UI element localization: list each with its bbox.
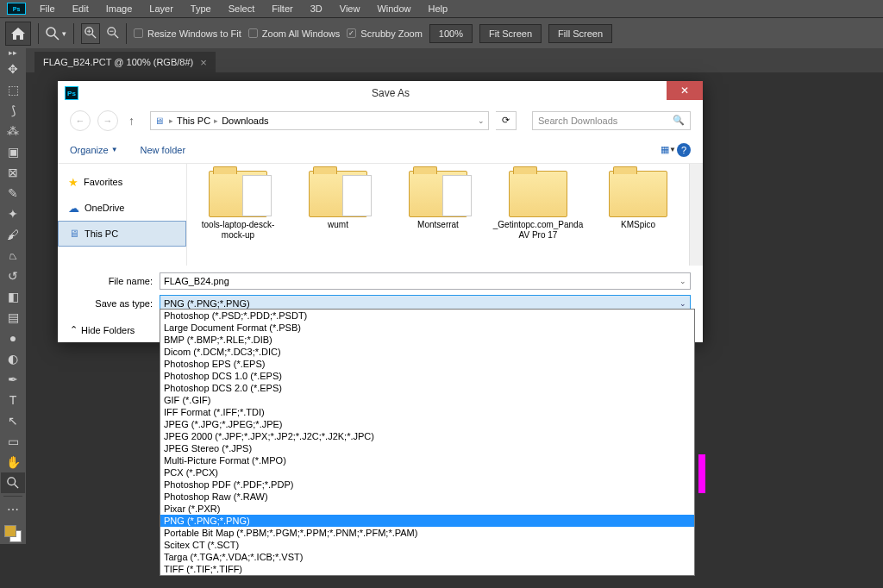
tools-collapse-handle[interactable]: ▸▸ — [0, 48, 26, 57]
edit-toolbar[interactable]: ⋯ — [1, 499, 25, 520]
stamp-tool[interactable]: ⏢ — [1, 245, 25, 266]
hand-tool[interactable]: ✋ — [1, 452, 25, 472]
zoom-tool[interactable] — [1, 472, 25, 493]
back-button[interactable]: ← — [70, 110, 91, 131]
format-option[interactable]: PNG (*.PNG;*.PNG) — [160, 515, 694, 527]
history-brush-tool[interactable]: ↺ — [1, 266, 25, 286]
menu-filter[interactable]: Filter — [263, 1, 301, 16]
format-option[interactable]: GIF (*.GIF) — [160, 394, 694, 406]
menu-window[interactable]: Window — [368, 1, 419, 16]
format-option[interactable]: IFF Format (*.IFF;*.TDI) — [160, 406, 694, 418]
format-option[interactable]: Photoshop DCS 2.0 (*.EPS) — [160, 382, 694, 394]
format-option[interactable]: BMP (*.BMP;*.RLE;*.DIB) — [160, 334, 694, 346]
menu-edit[interactable]: Edit — [64, 1, 97, 16]
format-option[interactable]: Pixar (*.PXR) — [160, 503, 694, 515]
menu-3d[interactable]: 3D — [302, 1, 331, 16]
color-swatches[interactable] — [3, 523, 23, 544]
format-option[interactable]: Photoshop PDF (*.PDF;*.PDP) — [160, 479, 694, 491]
options-bar: ▾ Resize Windows to Fit Zoom All Windows… — [0, 17, 883, 48]
sidebar-favorites[interactable]: ★Favorites — [58, 169, 186, 195]
format-option[interactable]: Photoshop DCS 1.0 (*.EPS) — [160, 370, 694, 382]
sidebar-thispc[interactable]: 🖥This PC — [58, 221, 186, 247]
format-option[interactable]: JPEG 2000 (*.JPF;*.JPX;*.JP2;*.J2C;*.J2K… — [160, 430, 694, 442]
search-icon: 🔍 — [673, 115, 685, 126]
scrubby-zoom-checkbox[interactable]: Scrubby Zoom — [347, 28, 423, 39]
menu-file[interactable]: File — [31, 1, 64, 16]
organize-button[interactable]: Organize ▼ — [70, 145, 118, 155]
sidebar-onedrive[interactable]: ☁OneDrive — [58, 195, 186, 221]
folder-item[interactable]: tools-laptop-desck-mock-up — [191, 171, 285, 259]
crop-tool[interactable]: ▣ — [1, 141, 25, 162]
menu-image[interactable]: Image — [97, 1, 141, 16]
new-folder-button[interactable]: New folder — [141, 145, 186, 155]
menu-layer[interactable]: Layer — [141, 1, 182, 16]
move-tool[interactable]: ✥ — [1, 59, 25, 79]
dialog-title: Save As — [78, 87, 703, 99]
zoom-tool-icon[interactable]: ▾ — [46, 27, 66, 41]
dialog-titlebar: Ps Save As ✕ — [58, 81, 703, 105]
blur-tool[interactable]: ● — [1, 328, 25, 348]
magic-wand-tool[interactable]: ⁂ — [1, 121, 25, 141]
frame-tool[interactable]: ⊠ — [1, 162, 25, 183]
lasso-tool[interactable]: ⟆ — [1, 100, 25, 121]
eyedropper-tool[interactable]: ✎ — [1, 183, 25, 203]
menu-bar: Ps File Edit Image Layer Type Select Fil… — [0, 0, 883, 17]
format-dropdown-list[interactable]: Photoshop (*.PSD;*.PDD;*.PSDT)Large Docu… — [160, 309, 695, 576]
format-option[interactable]: JPEG Stereo (*.JPS) — [160, 442, 694, 454]
close-tab-icon[interactable]: × — [200, 56, 207, 69]
folder-item[interactable]: _Getintopc.com_Panda AV Pro 17 — [491, 171, 586, 259]
folder-item[interactable]: KMSpico — [591, 171, 686, 259]
brush-tool[interactable]: 🖌 — [1, 224, 25, 245]
pen-tool[interactable]: ✒ — [1, 369, 25, 390]
type-tool[interactable]: T — [1, 390, 25, 410]
folder-item[interactable]: Montserrat — [391, 171, 485, 259]
home-button[interactable] — [5, 22, 31, 46]
folder-item[interactable]: wumt — [291, 171, 385, 259]
format-option[interactable]: TIFF (*.TIF;*.TIFF) — [160, 563, 694, 575]
close-dialog-button[interactable]: ✕ — [667, 81, 703, 100]
scrollbar[interactable] — [689, 164, 703, 266]
zoom-out-icon[interactable] — [107, 27, 119, 41]
healing-tool[interactable]: ✦ — [1, 203, 25, 224]
dodge-tool[interactable]: ◐ — [1, 348, 25, 369]
help-button[interactable]: ? — [677, 143, 691, 157]
format-option[interactable]: JPEG (*.JPG;*.JPEG;*.JPE) — [160, 418, 694, 430]
up-button[interactable]: ↑ — [125, 114, 138, 128]
file-list[interactable]: tools-laptop-desck-mock-up wumt Montserr… — [187, 164, 703, 266]
refresh-button[interactable]: ⟳ — [496, 111, 517, 130]
format-option[interactable]: Multi-Picture Format (*.MPO) — [160, 454, 694, 466]
view-options-button[interactable]: ▦ ▼ — [660, 143, 677, 157]
format-option[interactable]: PCX (*.PCX) — [160, 466, 694, 479]
resize-windows-checkbox[interactable]: Resize Windows to Fit — [134, 28, 241, 39]
save-as-dialog: Ps Save As ✕ ← → ↑ 🖥 ▸ This PC ▸ Downloa… — [58, 81, 703, 342]
format-option[interactable]: Photoshop Raw (*.RAW) — [160, 491, 694, 503]
format-option[interactable]: Dicom (*.DCM;*.DC3;*.DIC) — [160, 346, 694, 358]
format-option[interactable]: Targa (*.TGA;*.VDA;*.ICB;*.VST) — [160, 551, 694, 563]
shape-tool[interactable]: ▭ — [1, 431, 25, 452]
zoom-in-icon[interactable] — [81, 23, 100, 44]
format-option[interactable]: Photoshop EPS (*.EPS) — [160, 358, 694, 370]
marquee-tool[interactable]: ⬚ — [1, 79, 25, 100]
zoom-100-button[interactable]: 100% — [429, 24, 473, 43]
format-option[interactable]: Large Document Format (*.PSB) — [160, 322, 694, 334]
search-input[interactable]: Search Downloads 🔍 — [532, 111, 691, 130]
zoom-all-checkbox[interactable]: Zoom All Windows — [248, 28, 340, 39]
star-icon: ★ — [68, 176, 78, 189]
menu-type[interactable]: Type — [182, 1, 220, 16]
filename-input[interactable]: FLAG_B24.png⌄ — [160, 272, 691, 290]
eraser-tool[interactable]: ◧ — [1, 286, 25, 307]
pink-strip — [698, 454, 705, 493]
fill-screen-button[interactable]: Fill Screen — [548, 24, 612, 43]
menu-view[interactable]: View — [331, 1, 369, 16]
format-option[interactable]: Portable Bit Map (*.PBM;*.PGM;*.PPM;*.PN… — [160, 527, 694, 539]
gradient-tool[interactable]: ▤ — [1, 307, 25, 328]
menu-help[interactable]: Help — [420, 1, 457, 16]
format-option[interactable]: Scitex CT (*.SCT) — [160, 539, 694, 551]
forward-button[interactable]: → — [97, 110, 118, 131]
fit-screen-button[interactable]: Fit Screen — [479, 24, 542, 43]
document-tab[interactable]: FLAG_B24.PCT @ 100% (RGB/8#) × — [34, 52, 216, 72]
address-bar[interactable]: 🖥 ▸ This PC ▸ Downloads ⌄ — [150, 111, 489, 130]
menu-select[interactable]: Select — [220, 1, 264, 16]
format-option[interactable]: Photoshop (*.PSD;*.PDD;*.PSDT) — [160, 310, 694, 322]
path-selection-tool[interactable]: ↖ — [1, 410, 25, 431]
